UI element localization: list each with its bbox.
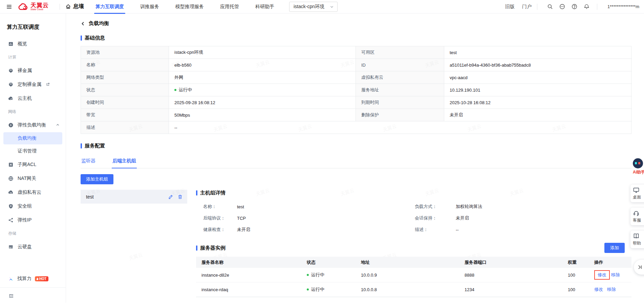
server-weight: 100	[568, 273, 594, 278]
column-header: 权重	[568, 259, 594, 265]
sidebar-item-label: 定制裸金属	[18, 81, 41, 88]
field-row: 名称： test 负载方式： 加权轮询算法	[196, 204, 631, 210]
sidebar-item-cloud-disk[interactable]: 云硬盘	[0, 240, 66, 254]
old-version-link[interactable]: 旧版	[505, 4, 515, 10]
hot-badge: HOT	[35, 276, 48, 281]
info-value: 50Mbps	[169, 109, 356, 121]
sidebar-item-overview[interactable]: 概览	[0, 37, 66, 51]
field-value: TCP	[237, 216, 415, 221]
divider	[537, 4, 537, 10]
table-row: 描述 --	[81, 121, 631, 134]
product-name: 息壤	[73, 3, 84, 10]
sidebar-item-cert-mgmt[interactable]: 证书管理	[3, 145, 62, 157]
info-value: 未开启	[444, 109, 632, 121]
account-name[interactable]: 1***************m	[607, 4, 639, 9]
more-apps-icon[interactable]	[557, 2, 567, 12]
info-value: vpc-aacd	[444, 71, 632, 84]
host-group-item[interactable]: test	[81, 190, 187, 204]
sidebar-item-eip[interactable]: 弹性IP	[0, 213, 66, 227]
sidebar-item-security-group[interactable]: 安全组	[0, 199, 66, 213]
add-server-button[interactable]: 添加	[604, 243, 625, 253]
section-bar	[196, 246, 197, 251]
dock-item-label: 客服	[633, 217, 641, 223]
field-value: --	[456, 227, 631, 232]
table-row: instance-rdaq 运行中 10.0.0.8 1234 100 修改 移…	[196, 282, 631, 297]
flame-icon	[36, 277, 39, 280]
nav-item-compute-scheduling[interactable]: 算力互联调度	[94, 0, 125, 14]
sidebar-item-label: NAT网关	[18, 176, 36, 182]
field-label: 名称：	[203, 204, 237, 210]
sidebar-item-subnet-acl[interactable]: 子网ACL	[0, 158, 66, 171]
sidebar-item-label: 弹性IP	[18, 217, 31, 223]
host-group-detail-panel: 主机组详情 名称： test 负载方式： 加权轮询算法 后端协议： TCP 会话…	[196, 190, 631, 297]
portal-link[interactable]: 门户	[522, 4, 532, 10]
table-row: instance-d82e 运行中 10.0.0.9 8888 100 修改	[196, 268, 631, 282]
search-icon[interactable]	[545, 2, 555, 12]
info-value: --	[169, 121, 631, 134]
nav-item-app-hosting[interactable]: 应用托管	[219, 0, 240, 14]
dock-item-label: 帮助	[633, 240, 641, 246]
environment-select[interactable]: istack-cpn环境	[289, 2, 338, 12]
sidebar-item-custom-bare-metal[interactable]: 定制裸金属	[0, 77, 66, 91]
info-label: 虚拟私有云	[356, 71, 444, 84]
sidebar-item-bare-metal[interactable]: 裸金属	[0, 64, 66, 77]
server-status: 运行中	[307, 286, 361, 293]
field-row: 健康检查： 未开启 描述： --	[196, 227, 631, 233]
tab-listener[interactable]: 监听器	[81, 155, 96, 168]
dock-item-label: 桌面	[633, 194, 641, 200]
dock-item-help[interactable]: 帮助	[630, 231, 644, 248]
compute-power-icon	[8, 276, 14, 282]
group-detail-fields: 名称： test 负载方式： 加权轮询算法 后端协议： TCP 会话保持： 未开…	[196, 204, 631, 233]
sidebar-collapse-icon[interactable]	[0, 289, 66, 303]
server-name: instance-d82e	[201, 273, 307, 278]
vpc-cloud-icon	[8, 190, 14, 195]
sidebar-item-vpc[interactable]: 虚拟私有云	[0, 185, 66, 199]
nav-item-research-assistant[interactable]: 科研助手	[254, 0, 276, 14]
back-icon[interactable]	[81, 21, 85, 26]
info-value: test	[444, 46, 632, 59]
tab-backend-host-group[interactable]: 后端主机组	[112, 155, 137, 168]
delete-trash-icon[interactable]	[178, 194, 183, 199]
edit-pencil-icon[interactable]	[168, 194, 173, 199]
product-home[interactable]: 息壤	[65, 3, 84, 10]
sidebar-item-nat-gateway[interactable]: NAT网关	[0, 171, 66, 185]
field-label: 描述：	[415, 227, 456, 233]
server-status: 运行中	[307, 272, 361, 278]
modify-link[interactable]: 修改	[598, 272, 606, 278]
status-dot	[174, 89, 176, 91]
sidebar-item-label: 虚拟私有云	[18, 189, 41, 195]
acl-icon	[8, 162, 14, 167]
nav-item-model-inference[interactable]: 模型推理服务	[174, 0, 205, 14]
modify-link[interactable]: 修改	[594, 286, 603, 293]
info-value: 10.129.190.101	[444, 84, 632, 96]
sidebar-item-find-compute[interactable]: 找算力 HOT	[0, 271, 66, 286]
info-label: 服务地址	[356, 84, 444, 96]
table-header-row: 服务器名称 状态 地址 服务器端口 权重 操作	[196, 257, 631, 268]
service-config-tabs: 监听器 后端主机组	[81, 155, 631, 168]
remove-link[interactable]: 移除	[607, 286, 616, 293]
cloud-logo-icon	[18, 3, 28, 10]
chart-icon	[8, 41, 14, 47]
info-value: 2025-09-28 16:08:12	[169, 96, 356, 109]
navbar-right: 旧版 门户 1***************m	[498, 2, 639, 12]
brand-logo[interactable]: 天翼云 State Cloud	[18, 2, 49, 11]
dock-item-ai-assistant[interactable]: AI助手	[630, 156, 644, 177]
info-label: 描述	[81, 121, 169, 134]
remove-link[interactable]: 移除	[611, 272, 620, 278]
chevron-right-bar-icon	[637, 264, 643, 270]
sidebar-item-load-balancer[interactable]: 负载均衡	[3, 132, 62, 144]
notification-bell-icon[interactable]	[581, 2, 592, 12]
info-label: 网络类型	[81, 71, 169, 84]
globe-icon	[8, 176, 14, 181]
info-label: 创建时间	[81, 96, 169, 109]
nav-item-training[interactable]: 训推服务	[139, 0, 160, 14]
highlight-annotation-box: 修改	[594, 270, 610, 280]
dock-item-customer-service[interactable]: 客服	[630, 208, 644, 225]
sidebar-item-elb[interactable]: 弹性负载均衡	[0, 118, 66, 132]
help-icon[interactable]	[569, 2, 579, 12]
hamburger-menu-icon[interactable]	[5, 2, 14, 11]
dock-item-desktop[interactable]: 桌面	[630, 185, 644, 202]
sidebar-item-cloud-host[interactable]: 云主机	[0, 91, 66, 105]
sidebar-group-network: 网络	[0, 105, 66, 118]
add-host-group-button[interactable]: 添加主机组	[81, 174, 113, 184]
